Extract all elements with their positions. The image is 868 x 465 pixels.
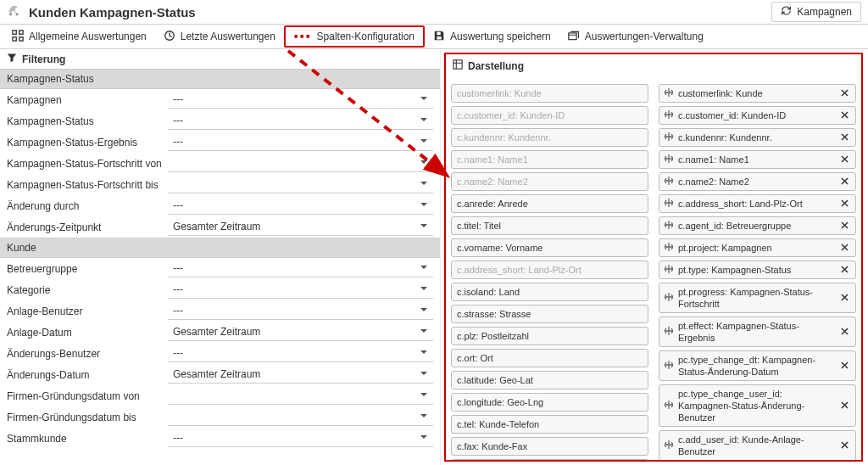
available-chip[interactable]: c.vorname: Vorname bbox=[451, 238, 648, 257]
selected-chip[interactable]: pt.progress: Kampagnen-Status-Fortschrit… bbox=[659, 283, 856, 313]
save-icon bbox=[433, 30, 445, 44]
available-chip[interactable]: c.tel: Kunde-Telefon bbox=[451, 415, 648, 434]
selected-chip[interactable]: pt.project: Kampagnen bbox=[659, 238, 856, 257]
available-chip[interactable]: c.longitude: Geo-Lng bbox=[451, 393, 648, 412]
remove-icon[interactable] bbox=[839, 326, 850, 338]
drag-handle-icon[interactable] bbox=[665, 242, 673, 254]
drag-handle-icon[interactable] bbox=[665, 220, 673, 232]
filter-select[interactable]: --- bbox=[168, 261, 433, 277]
selected-chip[interactable]: c.name2: Name2 bbox=[659, 172, 856, 191]
tb-auswertung-speichern[interactable]: Auswertung speichern bbox=[425, 26, 559, 48]
filter-label: Anlage-Benutzer bbox=[7, 305, 168, 317]
filter-row: Anlage-Benutzer--- bbox=[0, 300, 440, 322]
selected-chip[interactable]: pt.effect: Kampagnen-Status-Ergebnis bbox=[659, 317, 856, 347]
selected-chip[interactable]: c.customer_id: Kunden-ID bbox=[659, 106, 856, 125]
filter-select[interactable]: --- bbox=[168, 345, 433, 362]
available-chip[interactable]: c.fax: Kunde-Fax bbox=[451, 437, 648, 456]
available-chip[interactable]: c.latitude: Geo-Lat bbox=[451, 371, 648, 389]
available-chip[interactable]: c.anrede: Anrede bbox=[451, 194, 648, 213]
remove-icon[interactable] bbox=[839, 360, 850, 372]
filter-select[interactable] bbox=[168, 409, 433, 426]
drag-handle-icon[interactable] bbox=[665, 132, 673, 143]
filter-value: Gesamter Zeitraum bbox=[173, 221, 260, 232]
filter-select[interactable] bbox=[168, 155, 433, 172]
drag-handle-icon[interactable] bbox=[665, 109, 673, 121]
chevron-down-icon bbox=[420, 368, 428, 380]
filter-select[interactable]: --- bbox=[168, 282, 433, 299]
tb-letzte-auswertungen[interactable]: Letzte Auswertungen bbox=[155, 26, 284, 48]
drag-handle-icon[interactable] bbox=[665, 360, 673, 372]
selected-chip[interactable]: c.kundennr: Kundennr. bbox=[659, 128, 856, 147]
available-chip[interactable]: c.name2: Name2 bbox=[451, 172, 648, 191]
available-chip[interactable]: c.isoland: Land bbox=[451, 283, 648, 301]
filter-label: Firmen-Gründungsdatum bis bbox=[7, 412, 168, 423]
drag-handle-icon[interactable] bbox=[665, 198, 673, 210]
refresh-icon bbox=[781, 5, 792, 19]
selected-chip[interactable]: pc.type_change_user_id: Kampagnen-Status… bbox=[659, 384, 856, 427]
kampagnen-button[interactable]: Kampagnen bbox=[771, 2, 861, 22]
filter-select[interactable] bbox=[168, 388, 433, 405]
selected-chip[interactable]: pc.type_change_dt: Kampagnen-Status-Ände… bbox=[659, 350, 856, 381]
remove-icon[interactable] bbox=[839, 400, 850, 412]
filter-select[interactable]: Gesamter Zeitraum bbox=[168, 367, 433, 384]
filter-select[interactable]: --- bbox=[168, 303, 433, 320]
chevron-down-icon bbox=[420, 389, 428, 401]
selected-chip[interactable]: customerlink: Kunde bbox=[659, 84, 856, 103]
filter-select[interactable]: Gesamter Zeitraum bbox=[168, 324, 433, 341]
filter-value: --- bbox=[173, 347, 183, 359]
remove-icon[interactable] bbox=[839, 242, 850, 254]
available-chip[interactable]: c.plz: Postleitzahl bbox=[451, 327, 648, 345]
filter-row: Kampagnen-Status--- bbox=[0, 110, 440, 132]
available-chip[interactable]: c.kundennr: Kundennr. bbox=[451, 128, 648, 147]
filter-select[interactable] bbox=[168, 176, 433, 193]
chevron-down-icon bbox=[420, 347, 428, 359]
remove-icon[interactable] bbox=[839, 198, 850, 210]
svg-point-1 bbox=[16, 13, 19, 15]
remove-icon[interactable] bbox=[839, 264, 850, 276]
available-chip[interactable]: c.mobil: Kunde-Mobil bbox=[451, 459, 648, 460]
drag-handle-icon[interactable] bbox=[665, 87, 673, 99]
available-chip[interactable]: c.strasse: Strasse bbox=[451, 305, 648, 323]
drag-handle-icon[interactable] bbox=[665, 440, 673, 451]
drag-handle-icon[interactable] bbox=[665, 264, 673, 276]
filter-select[interactable]: --- bbox=[168, 134, 433, 151]
filter-select[interactable]: --- bbox=[168, 198, 433, 215]
available-chip[interactable]: c.ort: Ort bbox=[451, 349, 648, 367]
filter-row: Kampagnen--- bbox=[0, 89, 440, 110]
chevron-down-icon bbox=[420, 326, 428, 338]
drag-handle-icon[interactable] bbox=[665, 176, 673, 188]
remove-icon[interactable] bbox=[839, 292, 850, 304]
drag-handle-icon[interactable] bbox=[665, 154, 673, 165]
remove-icon[interactable] bbox=[839, 176, 850, 188]
more-dots-icon: ••• bbox=[294, 32, 312, 41]
filter-select[interactable]: --- bbox=[168, 113, 433, 130]
available-chip[interactable]: customerlink: Kunde bbox=[451, 84, 648, 103]
selected-chip[interactable]: c.add_user_id: Kunde-Anlage-Benutzer bbox=[659, 430, 856, 460]
available-chip[interactable]: c.titel: Titel bbox=[451, 216, 648, 235]
drag-handle-icon[interactable] bbox=[665, 400, 673, 412]
remove-icon[interactable] bbox=[839, 440, 850, 451]
tb-auswertungen-verwaltung[interactable]: Auswertungen-Verwaltung bbox=[559, 26, 712, 48]
chevron-down-icon bbox=[420, 199, 428, 211]
selected-chip[interactable]: c.address_short: Land-Plz-Ort bbox=[659, 194, 856, 213]
available-chip[interactable]: c.address_short: Land-Plz-Ort bbox=[451, 261, 648, 279]
filter-select[interactable]: --- bbox=[168, 430, 433, 447]
selected-chip[interactable]: pt.type: Kampagnen-Status bbox=[659, 261, 856, 279]
drag-handle-icon[interactable] bbox=[665, 326, 673, 338]
tb-allgemeine-auswertungen[interactable]: Allgemeine Auswertungen bbox=[3, 26, 155, 48]
available-chip[interactable]: c.name1: Name1 bbox=[451, 150, 648, 169]
filter-select[interactable]: --- bbox=[168, 92, 433, 109]
remove-icon[interactable] bbox=[839, 154, 850, 165]
selected-chip[interactable]: c.agent_id: Betreuergruppe bbox=[659, 216, 856, 235]
filter-label: Firmen-Gründungsdatum von bbox=[7, 390, 168, 402]
tb-spalten-konfiguration[interactable]: ••• Spalten-Konfiguration bbox=[284, 25, 425, 48]
drag-handle-icon[interactable] bbox=[665, 292, 673, 304]
remove-icon[interactable] bbox=[839, 109, 850, 121]
selected-chip[interactable]: c.name1: Name1 bbox=[659, 150, 856, 169]
available-chip[interactable]: c.customer_id: Kunden-ID bbox=[451, 106, 648, 125]
remove-icon[interactable] bbox=[839, 132, 850, 143]
filter-select[interactable]: Gesamter Zeitraum bbox=[168, 219, 433, 236]
remove-icon[interactable] bbox=[839, 220, 850, 232]
svg-rect-4 bbox=[13, 36, 16, 40]
remove-icon[interactable] bbox=[839, 87, 850, 99]
